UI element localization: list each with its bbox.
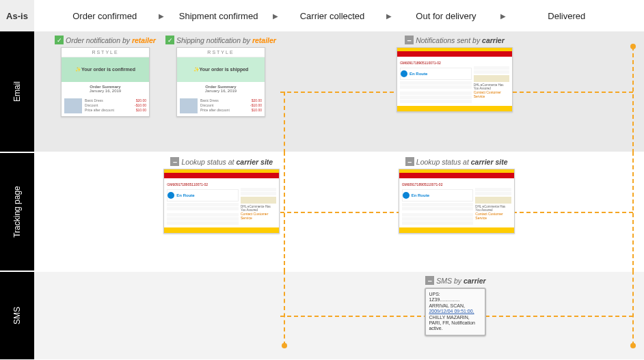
stage-carrier-collected: Carrier collected▶ <box>282 11 396 21</box>
thumb-brand: RSTYLE <box>62 48 149 57</box>
cell-sms-shipment <box>164 272 280 359</box>
connector-vline <box>632 152 634 272</box>
cell-sms-out-delivery: – SMS by carrier UPS: 1Z39..............… <box>397 272 513 359</box>
thumb-brand: RSTYLE <box>177 48 265 57</box>
thumb-dhl-email: GM6091718905110071-02 En Route <box>397 47 513 112</box>
dhl-status: En Route <box>400 68 472 80</box>
caption-carrier-notif: – Notifications sent by carrier <box>405 36 505 44</box>
arrow-icon: ▶ <box>155 12 168 20</box>
thumb-summary: Basic DressDiscountPrice after discount … <box>62 96 149 116</box>
cell-track-carrier <box>282 153 395 271</box>
minus-icon: – <box>170 157 179 166</box>
cell-email-shipped: ✓ Shipping notification by retailer RSTY… <box>163 31 279 152</box>
stage-delivered: Delivered <box>510 11 623 21</box>
check-icon: ✓ <box>165 36 174 44</box>
thumb-dhl-track-2: GM6091718905110071-02 En Route <box>399 169 515 234</box>
content: ✓ Order notification by retailer RSTYLE … <box>34 31 644 359</box>
stage-order-confirmed: Order confirmed▶ <box>55 11 168 21</box>
thumb-banner: ✨Your order is shipped <box>177 57 265 82</box>
thumb-order-email: RSTYLE ✨Your order is confirmed Order Su… <box>61 47 150 117</box>
thumb-ship-email: RSTYLE ✨Your order is shipped Order Summ… <box>176 47 265 117</box>
summary-date: January 16, 2019 <box>90 89 121 93</box>
caption-sms: – SMS by carrier <box>425 276 485 285</box>
cell-sms-carrier <box>281 272 397 359</box>
product-image <box>64 98 82 113</box>
dhl-tracking-no: GM6091718905110071-02 <box>400 59 509 66</box>
cell-email-delivered <box>515 31 630 152</box>
cell-sms-order <box>48 272 164 359</box>
minus-icon: – <box>425 276 434 285</box>
cell-sms-delivered <box>514 272 630 359</box>
dhl-header <box>397 48 512 53</box>
row-label-email: Email <box>0 31 34 153</box>
cell-track-out-delivery: – Lookup status at carrier site GM609171… <box>396 153 518 271</box>
grid: Email Tracking page SMS ✓ Order notifica… <box>0 31 644 359</box>
stages-bar: Order confirmed▶ Shipment confirmed▶ Car… <box>34 11 644 21</box>
product-image <box>180 98 198 113</box>
thumb-sms: UPS: 1Z39............... ARRIVAL SCAN, 2… <box>425 288 486 336</box>
lane-tracking: – Lookup status at carrier site GM609171… <box>34 153 644 272</box>
stage-out-for-delivery: Out for delivery▶ <box>396 11 509 21</box>
cell-track-order <box>48 153 161 271</box>
thumb-banner: ✨Your order is confirmed <box>62 57 149 82</box>
dhl-adv <box>474 75 509 82</box>
minus-icon: – <box>405 157 414 166</box>
caption-ship-notif: ✓ Shipping notification by retailer <box>165 36 276 44</box>
dhl-csr: Contact Customer Service <box>474 90 509 98</box>
cell-email-out-delivery: – Notifications sent by carrier GM609171… <box>394 31 515 152</box>
connector-vline <box>632 46 634 153</box>
row-label-sms: SMS <box>0 272 34 359</box>
caption-order-notif: ✓ Order notification by retailer <box>55 36 156 44</box>
arrow-icon: ▶ <box>269 12 282 20</box>
arrow-icon: ▶ <box>382 12 396 20</box>
row-label-tracking: Tracking page <box>0 153 34 272</box>
check-icon: ✓ <box>55 36 64 44</box>
cell-track-delivered <box>518 153 630 271</box>
thumb-dhl-track-1: GM6091718905110071-02 En Route <box>163 169 280 234</box>
lane-email: ✓ Order notification by retailer RSTYLE … <box>34 31 644 153</box>
stage-shipment-confirmed: Shipment confirmed▶ <box>168 11 282 21</box>
dhl-footer <box>397 106 512 111</box>
cell-email-order: ✓ Order notification by retailer RSTYLE … <box>48 31 163 152</box>
connector-vline <box>632 271 634 346</box>
caption-lookup-2: – Lookup status at carrier site <box>405 157 508 166</box>
connector-dot <box>630 343 636 348</box>
cell-track-shipment: – Lookup status at carrier site GM609171… <box>161 153 282 271</box>
row-labels: Email Tracking page SMS <box>0 31 34 359</box>
cell-email-carrier-collected <box>279 31 394 152</box>
minus-icon: – <box>405 36 414 44</box>
caption-lookup-1: – Lookup status at carrier site <box>170 157 273 166</box>
asis-label: As-is <box>0 0 34 31</box>
header-row: As-is Order confirmed▶ Shipment confirme… <box>0 0 644 31</box>
lane-sms: – SMS by carrier UPS: 1Z39..............… <box>34 272 644 359</box>
arrow-icon: ▶ <box>496 12 510 20</box>
